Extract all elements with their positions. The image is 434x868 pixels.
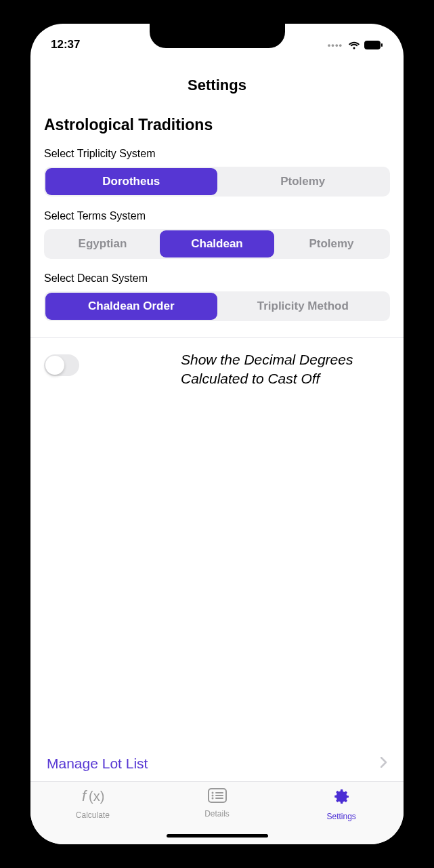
page-title: Settings [30, 77, 404, 94]
decimal-degrees-toggle[interactable] [44, 354, 79, 376]
gear-icon [332, 787, 351, 809]
chevron-right-icon [381, 757, 387, 770]
svg-point-9 [211, 798, 213, 800]
manage-lot-list-row[interactable]: Manage Lot List [44, 746, 390, 781]
svg-rect-6 [215, 792, 223, 793]
tab-label: Details [204, 809, 230, 819]
status-time: 12:37 [51, 38, 80, 51]
triplicity-label: Select Triplicity System [44, 148, 390, 160]
segment-dorotheus[interactable]: Dorotheus [45, 168, 217, 195]
svg-point-5 [211, 792, 213, 794]
manage-lot-list-label: Manage Lot List [47, 756, 148, 772]
terms-segmented[interactable]: Egyptian Chaldean Ptolemy [44, 229, 390, 259]
svg-rect-0 [365, 41, 381, 49]
svg-rect-8 [215, 795, 223, 796]
list-icon [207, 787, 227, 806]
home-indicator[interactable] [167, 834, 268, 838]
tab-label: Calculate [76, 810, 110, 820]
svg-point-7 [211, 795, 213, 797]
svg-text:f: f [82, 787, 88, 804]
cellular-dots: •••• [328, 40, 343, 50]
tab-details[interactable]: Details [155, 787, 280, 821]
tab-label: Settings [327, 812, 356, 821]
battery-icon [364, 41, 383, 49]
tab-settings[interactable]: Settings [279, 787, 404, 821]
decan-label: Select Decan System [44, 272, 390, 285]
triplicity-segmented[interactable]: Dorotheus Ptolemy [44, 167, 390, 197]
wifi-icon [348, 41, 360, 49]
fx-icon: f(x) [82, 787, 104, 808]
divider [30, 337, 404, 338]
segment-egyptian[interactable]: Egyptian [45, 230, 160, 257]
segment-triplicity-method[interactable]: Triplicity Method [217, 293, 389, 320]
decan-segmented[interactable]: Chaldean Order Triplicity Method [44, 291, 390, 321]
segment-chaldean[interactable]: Chaldean [160, 230, 274, 257]
terms-label: Select Terms System [44, 210, 390, 222]
segment-ptolemy-terms[interactable]: Ptolemy [274, 230, 389, 257]
segment-ptolemy-trip[interactable]: Ptolemy [217, 168, 389, 195]
svg-rect-1 [381, 43, 383, 47]
segment-chaldean-order[interactable]: Chaldean Order [45, 293, 217, 320]
tab-calculate[interactable]: f(x) Calculate [30, 787, 155, 821]
section-title: Astrological Traditions [44, 116, 390, 134]
svg-rect-10 [215, 798, 223, 799]
decimal-degrees-label: Show the Decimal Degrees Calculated to C… [181, 350, 383, 389]
svg-text:(x): (x) [89, 789, 104, 804]
